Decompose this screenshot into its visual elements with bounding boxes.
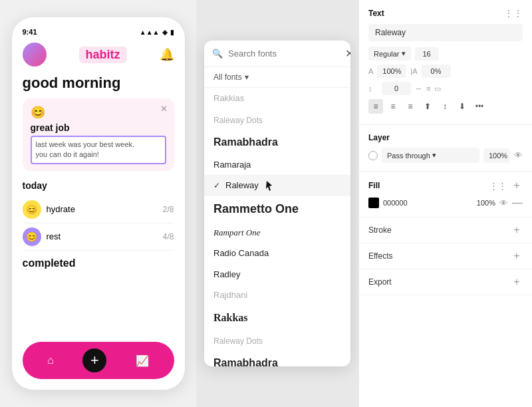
align-left-button[interactable]: ≡ bbox=[368, 99, 383, 114]
list-item[interactable]: Radley bbox=[204, 264, 350, 285]
list-item[interactable]: ✓ Raleway bbox=[204, 175, 350, 196]
font-style-row: Regular ▾ 16 bbox=[368, 47, 523, 61]
home-nav-icon[interactable]: ⌂ bbox=[47, 354, 54, 366]
notification-bell-icon[interactable]: 🔔 bbox=[160, 47, 174, 62]
more-options-icon[interactable]: ⋮⋮ bbox=[504, 8, 523, 19]
fill-section-header: Fill ⋮⋮ + bbox=[368, 180, 523, 192]
fill-grid-icon[interactable]: ⋮⋮ bbox=[489, 181, 507, 191]
list-item[interactable]: Ramabhadra bbox=[204, 130, 350, 154]
color-hex-value[interactable]: 000000 bbox=[383, 199, 473, 207]
card-text: last week was your best week.you can do … bbox=[31, 136, 166, 164]
effects-label: Effects bbox=[368, 251, 392, 261]
color-swatch[interactable] bbox=[368, 198, 379, 208]
valign-bot-button[interactable]: ⬇ bbox=[455, 99, 469, 114]
font-picker-panel: 🔍 ✕ All fonts ▾ Rakkias Raleway Dots Ram… bbox=[204, 41, 350, 366]
visibility-icon[interactable]: 👁 bbox=[514, 150, 523, 160]
stroke-label: Stroke bbox=[368, 225, 392, 235]
list-item[interactable]: Rammetto One bbox=[204, 196, 350, 222]
remove-fill-button[interactable]: — bbox=[512, 197, 523, 209]
card-emoji: 😊 bbox=[31, 105, 166, 120]
add-fill-button[interactable]: + bbox=[511, 180, 523, 192]
fill-section: Fill ⋮⋮ + 000000 100% 👁 — bbox=[359, 172, 532, 217]
font-search-input[interactable] bbox=[228, 49, 340, 59]
letter-spacing-input[interactable]: 0 bbox=[382, 82, 411, 95]
align-left-icon: ↔ bbox=[415, 84, 422, 92]
properties-panel: Text ⋮⋮ Raleway Regular ▾ 16 A 100% |A 0… bbox=[358, 0, 532, 407]
align-center-button[interactable]: ≡ bbox=[386, 99, 400, 114]
more-text-options-button[interactable]: ••• bbox=[472, 99, 487, 114]
scale-v-icon: |A bbox=[410, 67, 417, 75]
list-item[interactable]: Ramabhadra bbox=[204, 351, 350, 367]
align-justify-button[interactable]: ≡ bbox=[403, 99, 418, 114]
selected-check-icon: ✓ bbox=[213, 180, 221, 192]
list-item[interactable]: Rajdhani bbox=[204, 285, 350, 306]
layer-row: Pass through ▾ 100% 👁 bbox=[368, 148, 523, 163]
mobile-mockup: 9:41 ▲▲▲ ◈ ▮ habitz 🔔 good morning ✕ 😊 g… bbox=[0, 0, 196, 407]
status-bar: 9:41 ▲▲▲ ◈ ▮ bbox=[23, 28, 174, 36]
font-name-display[interactable]: Raleway bbox=[368, 24, 523, 41]
task-rest-count: 4/8 bbox=[163, 232, 174, 241]
task-hydrate-name: hydrate bbox=[47, 204, 158, 214]
task-item: 😊 hydrate 2/8 bbox=[23, 196, 174, 223]
scale-h-icon: A bbox=[368, 67, 373, 75]
list-item: Raleway Dots bbox=[204, 109, 350, 130]
status-icons: ▲▲▲ ◈ ▮ bbox=[140, 29, 174, 36]
app-header: habitz 🔔 bbox=[23, 43, 174, 67]
chevron-down-icon: ▾ bbox=[245, 72, 249, 82]
avatar bbox=[23, 43, 47, 67]
font-name: Raleway bbox=[225, 179, 259, 192]
add-effect-button[interactable]: + bbox=[511, 250, 523, 262]
blend-mode-select[interactable]: Pass through ▾ bbox=[382, 148, 479, 163]
list-item[interactable]: Rakkas bbox=[204, 306, 350, 330]
add-button[interactable]: + bbox=[82, 348, 106, 372]
fill-section-title: Fill bbox=[368, 181, 380, 190]
list-item: Raleway Dots bbox=[204, 330, 350, 351]
scale-h-input[interactable]: 100% bbox=[377, 65, 406, 78]
signal-icon: ▲▲▲ bbox=[140, 29, 160, 36]
card-title: great job bbox=[31, 122, 166, 133]
add-stroke-button[interactable]: + bbox=[511, 224, 523, 236]
export-label: Export bbox=[368, 277, 392, 287]
layer-section-header: Layer bbox=[368, 133, 523, 142]
font-filter-dropdown[interactable]: All fonts ▾ bbox=[204, 67, 350, 88]
align-center-icon: ≡ bbox=[426, 84, 430, 92]
opacity-input[interactable]: 100% bbox=[483, 148, 510, 163]
add-export-button[interactable]: + bbox=[511, 276, 523, 288]
list-item[interactable]: Radio Canada bbox=[204, 243, 350, 264]
valign-mid-button[interactable]: ↕ bbox=[438, 99, 452, 114]
scale-v-input[interactable]: 0% bbox=[422, 65, 451, 78]
card-close-icon[interactable]: ✕ bbox=[160, 104, 168, 114]
align-right-icon: ▭ bbox=[434, 84, 441, 93]
cursor-icon bbox=[265, 180, 273, 192]
completed-label: completed bbox=[23, 257, 174, 269]
font-style-value: Regular bbox=[374, 50, 400, 58]
fill-opacity-value[interactable]: 100% bbox=[477, 199, 495, 207]
task-rest-icon: 😊 bbox=[23, 227, 41, 246]
wifi-icon: ◈ bbox=[162, 29, 168, 36]
chart-nav-icon[interactable]: 📈 bbox=[136, 354, 149, 367]
layer-section: Layer Pass through ▾ 100% 👁 bbox=[359, 125, 532, 172]
list-item[interactable]: Rampart One bbox=[204, 222, 350, 243]
app-logo: habitz bbox=[79, 47, 127, 63]
font-search-bar[interactable]: 🔍 ✕ bbox=[204, 41, 350, 67]
font-style-select[interactable]: Regular ▾ bbox=[368, 47, 411, 61]
line-height-icon: ↕ bbox=[368, 84, 378, 92]
text-section-title: Text bbox=[368, 9, 384, 18]
task-hydrate-icon: 😊 bbox=[23, 200, 41, 219]
fill-visibility-icon[interactable]: 👁 bbox=[499, 198, 508, 208]
font-size-input[interactable]: 16 bbox=[415, 47, 439, 61]
close-icon[interactable]: ✕ bbox=[345, 47, 350, 60]
fill-row: 000000 100% 👁 — bbox=[368, 197, 523, 209]
font-list: Rakkias Raleway Dots Ramabhadra Ramaraja… bbox=[204, 88, 350, 366]
list-item[interactable]: Rakkias bbox=[204, 88, 350, 109]
time-display: 9:41 bbox=[23, 28, 37, 36]
greeting-text: good morning bbox=[23, 74, 174, 92]
list-item[interactable]: Ramaraja bbox=[204, 154, 350, 176]
chevron-down-icon: ▾ bbox=[432, 151, 436, 160]
text-align-row: ≡ ≡ ≡ ⬆ ↕ ⬇ ••• bbox=[368, 99, 523, 114]
battery-icon: ▮ bbox=[170, 29, 174, 36]
today-section-title: today bbox=[23, 180, 174, 191]
valign-top-button[interactable]: ⬆ bbox=[420, 99, 435, 114]
export-row: Export + bbox=[359, 269, 532, 295]
spacing-row: ↕ 0 ↔ ≡ ▭ bbox=[368, 82, 523, 95]
